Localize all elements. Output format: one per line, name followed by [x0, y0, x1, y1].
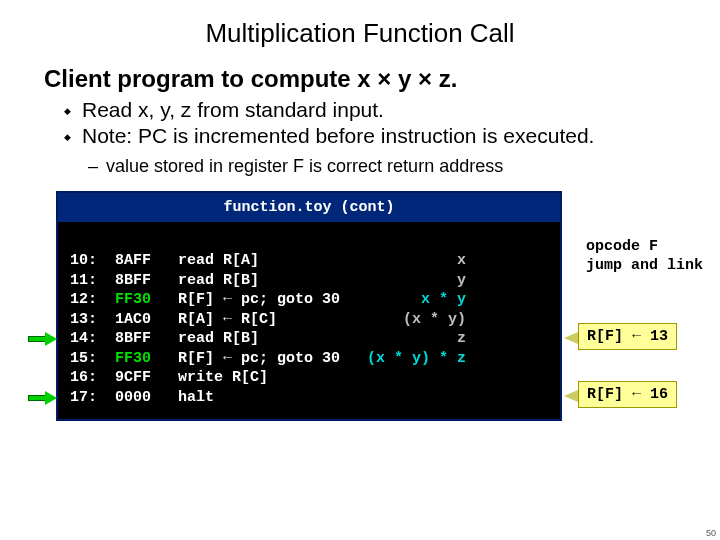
code-listing: function.toy (cont) 10: 8AFF read R[A] x…	[56, 191, 562, 422]
slide-subtitle: Client program to compute x × y × z.	[0, 49, 720, 97]
bullet-item: Read x, y, z from standard input.	[82, 97, 680, 123]
code-header: function.toy (cont)	[58, 193, 560, 222]
opcode-annotation: opcode F jump and link	[586, 238, 703, 276]
bullet-item: Note: PC is incremented before instructi…	[82, 123, 680, 149]
callout: R[F] ← 16	[578, 381, 677, 408]
callout-arrow-icon	[564, 390, 578, 402]
code-body: 10: 8AFF read R[A] x 11: 8BFF read R[B] …	[58, 222, 560, 420]
pointer-arrow-icon	[28, 333, 58, 345]
annot-line: jump and link	[586, 257, 703, 276]
slide-title: Multiplication Function Call	[0, 0, 720, 49]
callout: R[F] ← 13	[578, 323, 677, 350]
bullet-list: Read x, y, z from standard input. Note: …	[0, 97, 720, 150]
page-number: 50	[706, 528, 716, 538]
annot-line: opcode F	[586, 238, 703, 257]
sub-note: value stored in register F is correct re…	[0, 156, 720, 177]
pointer-arrow-icon	[28, 392, 58, 404]
callout-arrow-icon	[564, 332, 578, 344]
